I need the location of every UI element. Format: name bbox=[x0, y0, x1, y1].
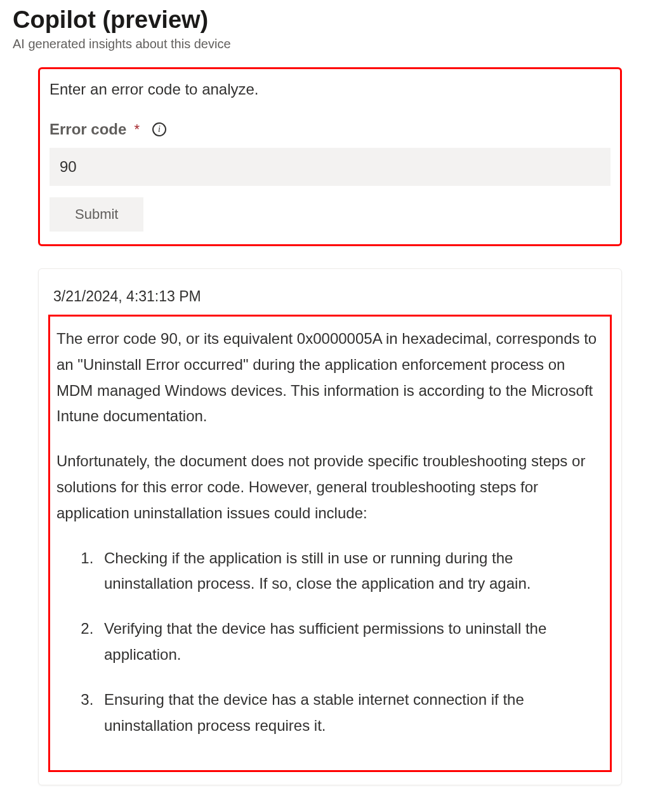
response-paragraph-1: The error code 90, or its equivalent 0x0… bbox=[56, 326, 604, 429]
input-prompt: Enter an error code to analyze. bbox=[50, 81, 610, 98]
troubleshooting-steps-list: Checking if the application is still in … bbox=[56, 546, 604, 739]
field-label-row: Error code * i bbox=[50, 121, 610, 138]
response-card: 3/21/2024, 4:31:13 PM The error code 90,… bbox=[38, 268, 622, 785]
list-item: Verifying that the device has sufficient… bbox=[98, 616, 604, 668]
page-title: Copilot (preview) bbox=[0, 0, 660, 37]
info-icon[interactable]: i bbox=[152, 122, 166, 136]
list-item: Ensuring that the device has a stable in… bbox=[98, 687, 604, 739]
response-paragraph-2: Unfortunately, the document does not pro… bbox=[56, 449, 604, 526]
response-body: The error code 90, or its equivalent 0x0… bbox=[48, 315, 612, 772]
page-subtitle: AI generated insights about this device bbox=[0, 37, 660, 67]
list-item: Checking if the application is still in … bbox=[98, 546, 604, 598]
error-code-input[interactable] bbox=[50, 148, 610, 186]
submit-button[interactable]: Submit bbox=[50, 197, 143, 232]
required-star: * bbox=[134, 121, 140, 138]
error-code-label: Error code bbox=[50, 121, 126, 138]
error-code-input-card: Enter an error code to analyze. Error co… bbox=[38, 67, 622, 246]
response-timestamp: 3/21/2024, 4:31:13 PM bbox=[48, 288, 612, 305]
